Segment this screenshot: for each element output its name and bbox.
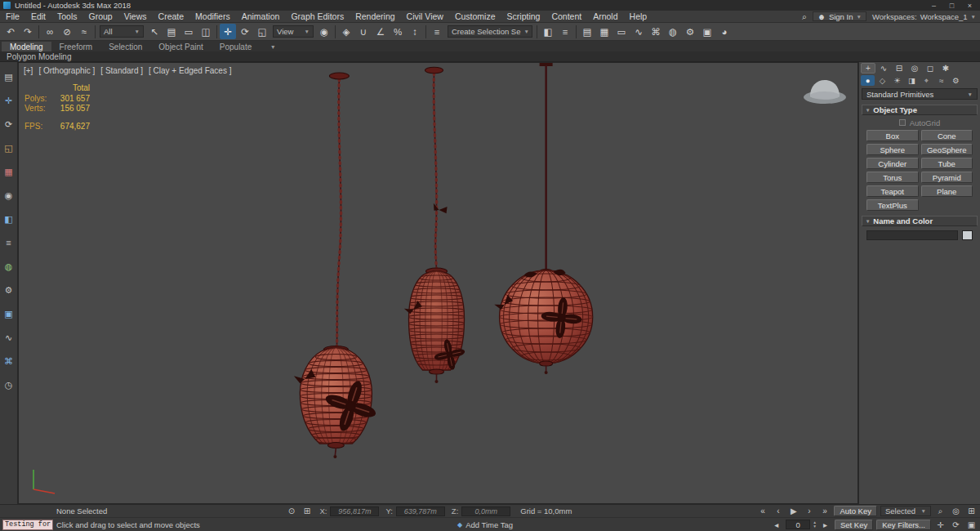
tab-motion[interactable]: ◎ (907, 63, 922, 74)
unlink-selection-button[interactable]: ⊘ (59, 24, 75, 39)
side-tool-5-icon[interactable]: ▦ (2, 165, 16, 178)
menu-views[interactable]: Views (118, 11, 153, 22)
side-tool-12-icon[interactable]: ∿ (2, 331, 16, 344)
menu-rendering[interactable]: Rendering (350, 11, 400, 22)
edit-named-selections-button[interactable]: ≡ (429, 24, 445, 39)
render-production-button[interactable]: ◕ (716, 24, 733, 39)
side-tool-6-icon[interactable]: ◉ (2, 189, 16, 202)
cylinder-button[interactable]: Cylinder (866, 158, 919, 169)
category-space-warps[interactable]: ≈ (934, 75, 948, 86)
ribbon-minimize-icon[interactable]: ▾ (271, 42, 274, 51)
menu-customize[interactable]: Customize (449, 11, 501, 22)
category-shapes[interactable]: ◇ (875, 75, 889, 86)
tab-populate[interactable]: Populate (212, 42, 260, 51)
previous-key-button[interactable]: ◂ (770, 520, 782, 530)
absolute-offset-toggle[interactable]: ⊞ (301, 506, 313, 516)
tab-polygon-modeling[interactable]: Polygon Modeling (0, 52, 78, 61)
material-editor-button[interactable]: ◍ (665, 24, 681, 39)
frame-spinner[interactable]: ▴ ▾ (813, 520, 816, 529)
autogrid-checkbox[interactable] (899, 119, 906, 126)
menu-civil-view[interactable]: Civil View (401, 11, 449, 22)
cone-button[interactable]: Cone (921, 130, 973, 141)
teapot-button[interactable]: Teapot (866, 185, 919, 197)
category-systems[interactable]: ⚙ (949, 75, 963, 86)
go-to-end-button[interactable]: » (818, 506, 831, 516)
z-coordinate-field[interactable]: 0,0mm (461, 506, 510, 516)
side-tool-13-icon[interactable]: ⌘ (2, 355, 16, 368)
tab-freeform[interactable]: Freeform (51, 42, 101, 51)
y-coordinate-field[interactable]: 639,787m (396, 506, 445, 516)
scene-explorer-button[interactable]: ▤ (579, 24, 595, 39)
layer-explorer-button[interactable]: ▦ (596, 24, 612, 39)
category-cameras[interactable]: ◨ (905, 75, 919, 86)
select-and-link-button[interactable]: ∞ (42, 24, 58, 39)
rendered-frame-window-button[interactable]: ▣ (699, 24, 715, 39)
select-object-button[interactable]: ↖ (146, 24, 163, 39)
selection-region-button[interactable]: ▭ (180, 24, 197, 39)
selection-filter-dropdown[interactable]: All ▼ (100, 25, 144, 38)
category-lights[interactable]: ☀ (890, 75, 904, 86)
menu-group[interactable]: Group (83, 11, 118, 22)
select-and-rotate-button[interactable]: ⟳ (237, 24, 253, 39)
minimize-button[interactable]: – (927, 1, 941, 11)
orbit-button[interactable]: ⟳ (950, 520, 962, 530)
bind-to-space-warp-button[interactable]: ≈ (76, 24, 92, 39)
menu-graph-editors[interactable]: Graph Editors (285, 11, 350, 22)
box-button[interactable]: Box (866, 130, 919, 141)
lantern-middle[interactable] (403, 67, 468, 383)
frame-number-field[interactable]: 0 (786, 520, 810, 529)
x-coordinate-field[interactable]: 956,817m (330, 506, 379, 516)
menu-animation[interactable]: Animation (236, 11, 286, 22)
curve-editor-button[interactable]: ∿ (630, 24, 647, 39)
tube-button[interactable]: Tube (921, 158, 973, 169)
maxscript-mini-listener[interactable]: Testing for i (2, 520, 53, 530)
tab-modeling[interactable]: Modeling (2, 42, 51, 51)
viewport-menu-plus[interactable]: [+] (24, 66, 33, 75)
side-tool-2-icon[interactable]: ✛ (2, 94, 16, 107)
menu-tools[interactable]: Tools (51, 11, 83, 22)
search-icon[interactable]: ⌕ (802, 11, 807, 22)
object-name-field[interactable] (866, 230, 958, 240)
menu-content[interactable]: Content (546, 11, 587, 22)
menu-arnold[interactable]: Arnold (587, 11, 623, 22)
schematic-view-button[interactable]: ⌘ (648, 24, 664, 39)
percent-snap-button[interactable]: % (390, 24, 406, 39)
reference-coordinate-dropdown[interactable]: View ▼ (273, 25, 314, 38)
go-to-start-button[interactable]: « (756, 506, 768, 516)
viewport-standard-label[interactable]: [ Standard ] (100, 66, 143, 75)
plane-button[interactable]: Plane (921, 185, 973, 197)
key-filters-button[interactable]: Key Filters... (876, 520, 931, 530)
side-tool-9-icon[interactable]: ◍ (2, 260, 16, 273)
select-and-manipulate-button[interactable]: ◈ (338, 24, 354, 39)
select-by-name-button[interactable]: ▤ (163, 24, 180, 39)
primitive-category-dropdown[interactable]: Standard Primitives ▼ (862, 88, 978, 100)
redo-button[interactable]: ↷ (20, 24, 36, 39)
viewport[interactable]: [+] [ Orthographic ] [ Standard ] [ Clay… (18, 62, 858, 504)
side-tool-4-icon[interactable]: ◱ (2, 141, 16, 154)
zoom-extents-button[interactable]: ⊞ (965, 506, 978, 516)
tab-object-paint[interactable]: Object Paint (150, 42, 211, 51)
set-key-button[interactable]: Set Key (835, 520, 873, 530)
side-tool-1-icon[interactable]: ▤ (2, 70, 16, 83)
maximize-viewport-toggle[interactable]: ▣ (965, 520, 978, 530)
sign-in-button[interactable]: ☻ Sign In ▼ (813, 11, 866, 21)
snaps-toggle-button[interactable]: ∪ (355, 24, 372, 39)
lantern-right[interactable] (493, 63, 592, 374)
object-color-swatch[interactable] (962, 230, 973, 240)
viewcube[interactable] (804, 80, 846, 104)
category-helpers[interactable]: ⌖ (920, 75, 933, 86)
pyramid-button[interactable]: Pyramid (921, 172, 973, 183)
category-geometry[interactable]: ● (861, 75, 875, 86)
ribbon-toggle-button[interactable]: ▭ (613, 24, 630, 39)
textplus-button[interactable]: TextPlus (866, 199, 919, 211)
menu-file[interactable]: File (0, 11, 25, 22)
select-and-scale-button[interactable]: ◱ (254, 24, 270, 39)
select-and-move-button[interactable]: ✛ (220, 24, 236, 39)
side-tool-7-icon[interactable]: ◧ (2, 212, 16, 225)
tab-modify[interactable]: ∿ (876, 63, 891, 74)
object-type-rollout[interactable]: ▾ Object Type (862, 105, 978, 115)
spinner-snap-button[interactable]: ↕ (407, 24, 423, 39)
tab-hierarchy[interactable]: ⊟ (892, 63, 906, 74)
key-mode-dropdown[interactable]: Selected ▼ (880, 506, 931, 516)
side-tool-8-icon[interactable]: ≡ (2, 236, 16, 249)
